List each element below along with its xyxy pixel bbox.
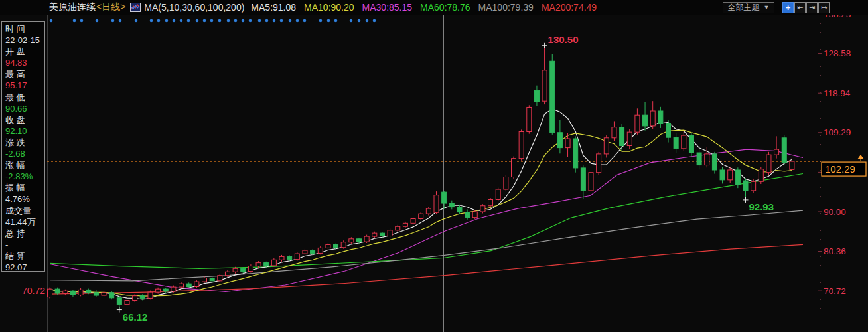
candle-body [357, 239, 362, 242]
ma-value-MA5: MA5:91.08 [251, 2, 296, 13]
candle-body [256, 263, 261, 266]
event-dot [203, 19, 206, 23]
compress-right-button[interactable]: ⇥ [806, 2, 818, 13]
candle-body [233, 268, 238, 272]
candle-body [790, 161, 794, 169]
candle-body [48, 289, 52, 297]
event-dot [96, 19, 99, 23]
info-label: 总 持 [5, 228, 44, 239]
candle-body [449, 203, 454, 207]
candle-body [581, 168, 585, 191]
left-axis-label: 70.72 [22, 286, 45, 296]
candle-body [86, 290, 91, 292]
candle-body [225, 272, 230, 276]
candle-body [674, 137, 678, 149]
candle-body [705, 154, 709, 165]
event-dot [265, 19, 269, 23]
candle-body [434, 195, 439, 213]
event-dot [366, 19, 369, 23]
pan-tool-button[interactable]: + [782, 2, 794, 13]
y-axis-label: 70.72 [824, 286, 846, 296]
candle-body [279, 256, 284, 260]
candle-body [334, 244, 338, 247]
event-dot [303, 19, 307, 23]
ma-value-MA100: MA100:79.39 [478, 2, 534, 13]
theme-dropdown-label: 全部主题 [728, 2, 760, 13]
candle-body [372, 233, 377, 236]
candle-body [488, 199, 493, 205]
candle-body [287, 256, 292, 259]
candle-body [326, 244, 330, 248]
event-dot [187, 19, 190, 23]
candle-body [171, 287, 176, 291]
candle-body [480, 206, 485, 212]
info-value: 4.76% [5, 193, 44, 205]
info-value: 92.07 [5, 262, 44, 272]
candle-body [519, 132, 524, 159]
candle-body [148, 292, 153, 298]
event-dot [234, 19, 238, 23]
candle-body [403, 223, 407, 226]
candle-body [396, 226, 400, 230]
candle-body [766, 155, 771, 173]
ma-values-group: MA5:91.08MA10:90.20MA30:85.15MA60:78.76M… [251, 2, 597, 13]
info-label: 振 幅 [5, 182, 44, 193]
candle-body [457, 207, 462, 212]
candle-body [589, 173, 593, 191]
info-label: 时 间 [5, 23, 44, 35]
candle-body [55, 289, 60, 293]
candle-body [774, 149, 779, 155]
event-dot [150, 19, 153, 23]
event-dot [73, 19, 76, 23]
info-label: 最 高 [5, 68, 44, 80]
ma-value-MA30: MA30:85.15 [362, 2, 413, 13]
info-value: 90.66 [5, 103, 44, 114]
ma-value-MA200: MA200:74.49 [542, 2, 597, 13]
y-axis-label: 118.94 [824, 88, 851, 98]
theme-dropdown[interactable]: 全部主题 ▼ [723, 2, 774, 13]
candle-body [163, 289, 168, 291]
candle-body [179, 284, 184, 287]
candle-body [78, 290, 83, 295]
candle-body [210, 278, 214, 280]
candle-body [264, 263, 269, 266]
info-label: 成交量 [5, 205, 44, 216]
candle-body [689, 135, 693, 153]
candle-body [620, 127, 624, 146]
candle-body [666, 124, 671, 138]
candle-body [117, 298, 121, 305]
app-root: 138.23128.58118.94109.2999.6590.0080.367… [0, 0, 868, 332]
candle-body [712, 154, 717, 170]
candle-body [697, 153, 701, 165]
candle-body [109, 293, 114, 298]
candle-body [442, 192, 447, 203]
ma-line-MA200 [50, 244, 803, 294]
price-annotation: 92.93 [749, 201, 774, 212]
candle-body [426, 208, 431, 214]
chart-canvas[interactable]: 138.23128.58118.94109.2999.6590.0080.367… [0, 0, 868, 332]
ma-line-MA30 [50, 149, 803, 291]
shift-right-button[interactable]: ↦ [818, 2, 830, 13]
candle-body [70, 291, 75, 295]
event-dot [227, 19, 230, 23]
event-dot [119, 19, 122, 23]
info-value: 94.83 [5, 57, 44, 68]
candle-body [573, 139, 578, 168]
compress-left-button[interactable]: ⇤ [794, 2, 806, 13]
info-value: -2.68 [5, 148, 44, 159]
candle-body [349, 239, 354, 242]
event-dot [196, 19, 199, 23]
candle-body [472, 212, 477, 218]
candle-body [303, 250, 307, 254]
ma-line-MA60 [50, 174, 803, 269]
y-axis-label: 80.36 [824, 246, 846, 256]
candle-body [534, 90, 539, 102]
ma-value-MA60: MA60:78.76 [420, 2, 470, 13]
event-dot [50, 19, 53, 23]
event-dot [258, 19, 261, 23]
event-dot [111, 19, 115, 23]
candle-body [565, 139, 570, 148]
candle-body [102, 293, 106, 295]
info-label: 涨 幅 [5, 159, 44, 171]
candle-body [496, 189, 500, 199]
